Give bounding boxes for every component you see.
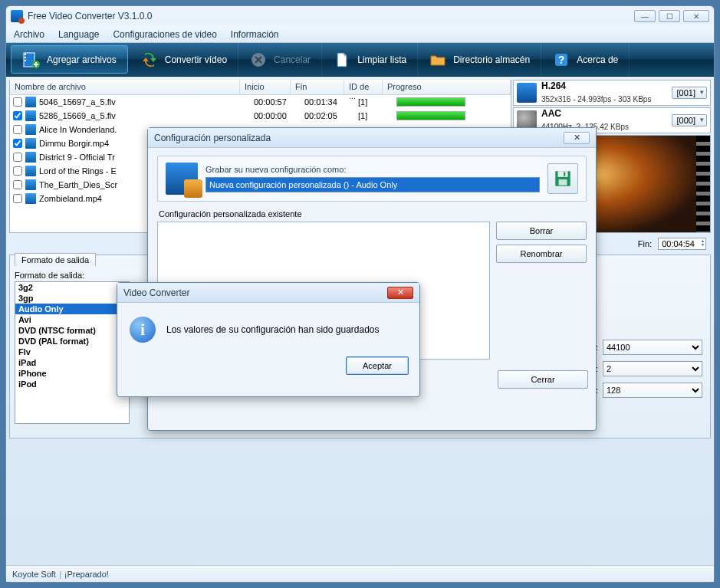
accept-button[interactable]: Aceptar [346, 356, 409, 375]
config-save-group: Grabar su nueva configuración como: [157, 156, 587, 202]
file-checkbox[interactable] [13, 139, 22, 148]
status-separator: | [59, 570, 61, 579]
clear-list-button[interactable]: Limpiar lista [322, 43, 418, 76]
col-end[interactable]: Fin [291, 80, 344, 94]
close-button[interactable]: ✕ [683, 10, 709, 22]
format-option[interactable]: 3gp [15, 293, 129, 304]
file-id: [1] [358, 111, 396, 120]
col-name[interactable]: Nombre de archivo [10, 80, 240, 94]
output-dir-label: Directorio almacén [453, 54, 530, 65]
format-list[interactable]: 3g23gpAudio OnlyAviDVD (NTSC format)DVD … [15, 281, 130, 424]
format-option[interactable]: iPad [15, 357, 129, 368]
clear-list-label: Limpiar lista [357, 54, 406, 65]
add-files-button[interactable]: Agregar archivos [11, 45, 128, 74]
fin-label: Fin: [638, 239, 652, 248]
video-codec-detail: 352x316 - 24.993fps - 303 KBps [541, 95, 651, 103]
file-icon [25, 138, 36, 149]
about-label: Acerca de [577, 54, 618, 65]
save-config-button[interactable] [547, 163, 578, 194]
format-list-label: Formato de salida: [15, 271, 130, 280]
file-checkbox[interactable] [13, 194, 22, 203]
convert-icon [140, 51, 159, 69]
close-config-button[interactable]: Cerrar [498, 370, 588, 389]
about-button[interactable]: ? Acerca de [541, 43, 630, 76]
folder-open-icon [429, 51, 447, 69]
file-icon [25, 110, 36, 121]
progress-bar [396, 97, 465, 107]
toolbar: Agregar archivos Convertir vídeo Cancela… [6, 43, 714, 77]
file-row[interactable]: 5046_15697_a_5.flv00:00:5700:01:34[1] [10, 95, 511, 109]
film-add-icon [22, 51, 41, 69]
file-icon [25, 166, 36, 176]
message-dialog-close-button[interactable]: ✕ [387, 287, 413, 299]
svg-rect-9 [558, 171, 568, 177]
app-icon [11, 10, 23, 22]
file-icon [25, 97, 36, 107]
svg-text:?: ? [558, 54, 565, 66]
file-icon [25, 124, 36, 135]
convert-button[interactable]: Convertir vídeo [130, 43, 238, 76]
video-codec-icon [517, 83, 537, 103]
video-codec-select[interactable]: [001] [672, 87, 707, 99]
format-option[interactable]: DVD (PAL format) [15, 336, 129, 347]
frecuencia-select[interactable]: 44100 [603, 340, 702, 355]
file-icon [25, 179, 36, 190]
status-vendor: Koyote Soft [12, 570, 56, 579]
format-option[interactable]: Audio Only [15, 304, 129, 314]
menu-informacion[interactable]: Información [231, 29, 279, 40]
menu-archivo[interactable]: Archivo [14, 29, 44, 40]
col-progress[interactable]: Progreso [383, 80, 511, 94]
fin-spinner[interactable]: 00:04:54 [658, 238, 706, 250]
file-checkbox[interactable] [13, 153, 22, 162]
file-checkbox[interactable] [13, 166, 22, 176]
svg-rect-1 [25, 54, 26, 55]
floppy-disk-icon [553, 169, 573, 189]
format-option[interactable]: Avi [15, 314, 129, 325]
svg-rect-11 [564, 172, 565, 176]
file-list-header: Nombre de archivo Inicio Fin ID de ... P… [10, 80, 511, 95]
config-name-input[interactable] [205, 177, 540, 192]
menu-language[interactable]: Language [58, 29, 99, 40]
format-option[interactable]: Flv [15, 347, 129, 357]
help-icon: ? [552, 51, 570, 69]
file-checkbox[interactable] [13, 111, 22, 120]
statusbar: Koyote Soft | ¡Preparado! [6, 565, 714, 582]
message-text: Los valores de su configuración han sido… [166, 324, 380, 335]
format-option[interactable]: DVD (NTSC format) [15, 325, 129, 336]
add-files-label: Agregar archivos [47, 54, 117, 65]
window-title: Free Video Converter V3.1.0.0 [28, 11, 153, 21]
file-name: 5286_15669_a_5.flv [39, 111, 254, 120]
page-icon [333, 51, 351, 69]
col-start[interactable]: Inicio [240, 80, 291, 94]
svg-rect-3 [25, 60, 26, 61]
message-dialog-title: Video Converter [123, 287, 190, 298]
format-option[interactable]: iPhone [15, 368, 129, 379]
file-checkbox[interactable] [13, 97, 22, 107]
file-checkbox[interactable] [13, 125, 22, 134]
canal-select[interactable]: 2 [603, 361, 702, 376]
file-row[interactable]: 5286_15669_a_5.flv00:00:0000:02:05[1] [10, 109, 511, 123]
audio-codec-select[interactable]: [000] [672, 114, 707, 126]
output-panel-tab[interactable]: Formato de salida [15, 253, 96, 266]
file-icon [25, 152, 36, 163]
message-dialog-titlebar: Video Converter ✕ [117, 283, 419, 303]
format-option[interactable]: iPod [15, 379, 129, 389]
delete-config-button[interactable]: Borrar [496, 222, 587, 240]
output-dir-button[interactable]: Directorio almacén [418, 43, 541, 76]
audio-codec-name: AAC [541, 109, 667, 119]
maximize-button[interactable]: ☐ [659, 10, 680, 22]
menu-configuraciones[interactable]: Configuraciones de video [113, 29, 216, 40]
format-option[interactable]: 3g2 [15, 282, 129, 293]
file-id: [1] [358, 97, 396, 107]
config-dialog-close-button[interactable]: ✕ [564, 132, 590, 144]
file-checkbox[interactable] [13, 180, 22, 189]
minimize-button[interactable]: — [634, 10, 656, 22]
window-controls: — ☐ ✕ [634, 10, 709, 22]
cancel-label: Cancelar [274, 54, 311, 65]
filmstrip-right [696, 136, 710, 232]
progress-bar [396, 111, 465, 120]
rename-config-button[interactable]: Renombrar [496, 245, 587, 263]
col-id[interactable]: ID de ... [344, 80, 383, 94]
titlebar: Free Video Converter V3.1.0.0 — ☐ ✕ [6, 6, 714, 26]
bitrate-select[interactable]: 128 [603, 383, 702, 398]
